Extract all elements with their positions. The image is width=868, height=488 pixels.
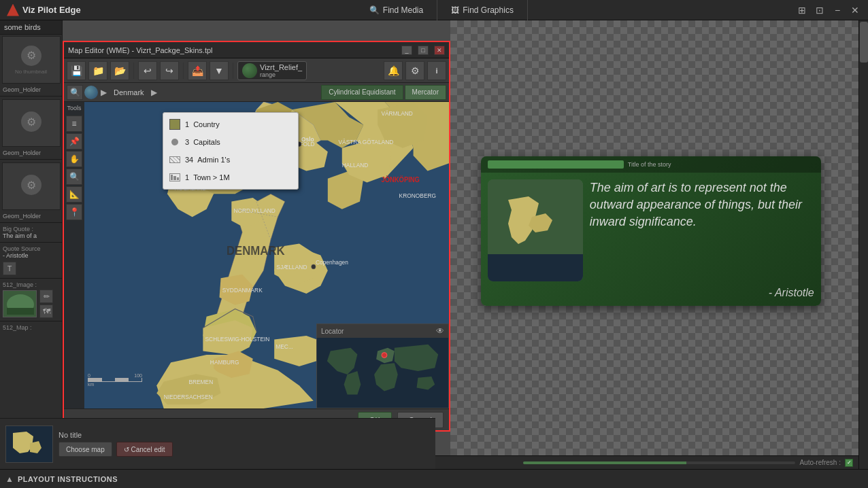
locator-map [317, 338, 448, 408]
map-editor-title: Map Editor (WME) - Vizrt_Packge_Skins.tp… [68, 46, 396, 54]
top-nav: 🔍 Find Media 🖼 Find Graphics [88, 0, 796, 20]
divider-1 [0, 96, 62, 97]
nav-arrow-right[interactable]: ▶ [99, 88, 108, 97]
quote-card: Title of the story The aim of art is to … [481, 156, 821, 306]
toolbar-sep-2 [183, 63, 184, 79]
bottom-map-preview [5, 425, 53, 463]
quote-source-value: - Aristotle [0, 252, 62, 260]
close-window-btn[interactable]: ✕ [434, 46, 445, 55]
find-media-tab[interactable]: 🔍 Find Media [356, 0, 437, 20]
svg-text:NIEDERSACHSEN: NIEDERSACHSEN [164, 394, 213, 400]
capitals-label: Capitals [193, 138, 220, 146]
svg-text:DENMARK: DENMARK [227, 244, 285, 258]
tool-zoom-btn[interactable]: 🔍 [66, 169, 82, 185]
tool-hand-btn[interactable]: ✋ [66, 151, 82, 167]
scroll-thumb[interactable] [860, 22, 868, 63]
country-label: Country [193, 120, 220, 128]
no-title-label: No title [59, 431, 430, 439]
divider-3 [0, 222, 62, 223]
find-graphics-tab[interactable]: 🖼 Find Graphics [437, 0, 528, 20]
geom-holder-1-label: Geom_Holder [0, 85, 62, 94]
capitals-count: 3 [185, 138, 189, 146]
admin-count: 34 [185, 156, 193, 164]
scale-start: 0 [88, 373, 90, 378]
svg-text:NORDJYLLAND: NORDJYLLAND [233, 207, 275, 214]
auto-refresh-checkbox[interactable]: ✓ [845, 459, 853, 467]
tool-measure-btn[interactable]: 📐 [66, 186, 82, 203]
nav-globe[interactable] [84, 86, 98, 99]
right-scrollbar[interactable] [858, 20, 868, 469]
add-panel-icon[interactable]: ⊞ [796, 4, 808, 16]
save-btn[interactable]: 💾 [67, 61, 86, 80]
choose-map-btn[interactable]: Choose map [59, 442, 112, 457]
image-map-icon[interactable]: 🗺 [39, 304, 53, 318]
minimize-icon[interactable]: − [831, 4, 844, 16]
svg-text:KRONOBERG: KRONOBERG [399, 192, 437, 199]
locator-eye-btn[interactable]: 👁 [436, 326, 444, 336]
projection-cylindrical-btn[interactable]: Cylindrical Equidistant [321, 85, 403, 100]
map-name-text-block: Vizrt_Relief_ range [260, 63, 302, 78]
svg-text:HAMBURG: HAMBURG [210, 358, 239, 365]
country-count: 1 [185, 120, 189, 128]
open-btn[interactable]: 📂 [110, 61, 129, 80]
text-edit-icon[interactable]: T [3, 262, 16, 275]
scale-bar: 0 100 km [88, 373, 142, 387]
scale-seg-2 [102, 378, 116, 381]
redo-btn[interactable]: ↪ [160, 61, 179, 80]
undo-btn[interactable]: ↩ [138, 61, 157, 80]
map-editor-toolbar: 💾 📁 📂 ↩ ↪ 📤 ▼ Vizrt_Relief_ range 🔔 ⚙ i [64, 58, 449, 83]
close-icon[interactable]: ✕ [849, 4, 861, 16]
export-arrow-btn[interactable]: ▼ [210, 61, 229, 80]
projection-mercator-btn[interactable]: Mercator [405, 85, 446, 100]
layer-admin[interactable]: 34 Admin 1's [163, 151, 298, 169]
quote-source-icons: T [0, 260, 62, 277]
geom-holder-3-label: Geom_Holder [0, 211, 62, 221]
locator-header: Locator 👁 [317, 324, 448, 338]
restore-window-btn[interactable]: □ [418, 46, 429, 55]
playout-arrow-icon: ▲ [5, 474, 14, 484]
nav-arrow-right2[interactable]: ▶ [150, 88, 158, 97]
svg-text:HALLAND: HALLAND [342, 162, 369, 169]
new-btn[interactable]: 📁 [88, 61, 107, 80]
alert-btn[interactable]: 🔔 [384, 61, 403, 80]
export-btn[interactable]: 📤 [188, 61, 207, 80]
find-graphics-label: Find Graphics [463, 5, 514, 15]
scale-labels: 0 100 [88, 373, 142, 378]
find-media-icon: 🔍 [369, 5, 380, 15]
geom-holder-1-no-thumb: No thumbnail [15, 69, 47, 75]
geom-holder-2-label: Geom_Holder [0, 148, 62, 158]
geom-holder-2-icon: ⚙ [21, 111, 41, 132]
big-quote-label: Big Quote : [0, 224, 62, 232]
map-canvas-area: Tools ≡ 📌 ✋ 🔍 📐 📍 [64, 102, 449, 408]
layer-capitals[interactable]: 3 Capitals [163, 133, 298, 151]
layer-country[interactable]: 1 Country [163, 116, 298, 133]
playout-label: PLAYOUT INSTRUCTIONS [18, 475, 118, 483]
cancel-edit-btn[interactable]: ↺ Cancel edit [116, 442, 173, 457]
quote-main-text: The aim of art is to represent not the o… [590, 179, 814, 231]
tool-layers-btn[interactable]: ≡ [66, 116, 82, 132]
tool-pin-btn[interactable]: 📌 [66, 133, 82, 150]
map-nav-bar: 🔍 ▶ Denmark ▶ Cylindrical Equidistant Me… [64, 83, 449, 102]
help-btn[interactable]: i [427, 61, 446, 80]
layout-icon[interactable]: ⊡ [814, 4, 826, 16]
layer-town[interactable]: 1 Town > 1M [163, 169, 298, 186]
tool-marker-btn[interactable]: 📍 [66, 204, 82, 220]
layer-dropdown: 1 Country 3 Capitals 34 [163, 112, 299, 190]
settings-btn[interactable]: ⚙ [405, 61, 424, 80]
image-edit-icon[interactable]: ✏ [39, 290, 53, 303]
title-bar-element [488, 160, 624, 169]
svg-text:Copenhagen: Copenhagen [316, 259, 348, 266]
quote-attribution: - Aristotle [590, 287, 814, 299]
country-layer-icon [169, 118, 181, 130]
town-layer-icon [169, 171, 181, 184]
admin-label: Admin 1's [197, 156, 230, 164]
auto-refresh-label: Auto-refresh : [799, 459, 841, 466]
map-background: ROGALAND VEST-AGDER AUST-AGDER TELEMARK … [64, 102, 449, 408]
map-search-btn[interactable]: 🔍 [67, 85, 83, 100]
svg-point-30 [382, 353, 387, 358]
map-name-display: Vizrt_Relief_ range [237, 61, 307, 80]
svg-text:Oslo: Oslo [301, 135, 314, 142]
minimize-window-btn[interactable]: _ [401, 46, 412, 55]
toolbar-sep-1 [133, 63, 134, 79]
divider-6 [0, 321, 62, 321]
